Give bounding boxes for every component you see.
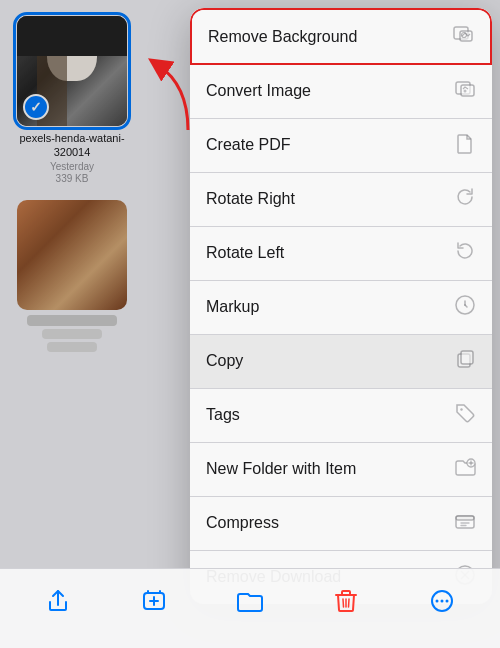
menu-item-tags[interactable]: Tags (190, 389, 492, 443)
compress-icon (454, 510, 476, 537)
menu-item-create-pdf[interactable]: Create PDF (190, 119, 492, 173)
svg-point-8 (464, 304, 466, 306)
share-button[interactable] (34, 579, 82, 623)
browse-icon (236, 588, 264, 614)
svg-line-28 (349, 599, 350, 607)
tags-icon (454, 402, 476, 429)
remove-background-icon (452, 23, 474, 50)
new-folder-icon (454, 456, 476, 483)
delete-icon (334, 588, 358, 614)
svg-rect-10 (461, 351, 473, 364)
add-icon (141, 588, 167, 614)
rotate-left-icon (454, 240, 476, 267)
menu-item-new-folder[interactable]: New Folder with Item (190, 443, 492, 497)
svg-rect-17 (456, 516, 474, 520)
arrow-indicator (148, 55, 198, 135)
svg-rect-5 (461, 85, 474, 96)
convert-image-icon (454, 78, 476, 105)
create-pdf-icon (454, 132, 476, 159)
share-icon (45, 588, 71, 614)
svg-line-26 (343, 599, 344, 607)
more-button[interactable] (418, 579, 466, 623)
rotate-right-icon (454, 186, 476, 213)
svg-point-32 (446, 599, 449, 602)
menu-item-copy[interactable]: Copy (190, 335, 492, 389)
add-button[interactable] (130, 579, 178, 623)
menu-item-remove-background[interactable]: Remove Background (192, 10, 490, 63)
copy-icon (454, 348, 476, 375)
menu-item-rotate-left[interactable]: Rotate Left (190, 227, 492, 281)
browse-button[interactable] (226, 579, 274, 623)
menu-item-convert-image[interactable]: Convert Image (190, 65, 492, 119)
menu-item-compress[interactable]: Compress (190, 497, 492, 551)
toolbar (0, 568, 500, 648)
more-icon (429, 588, 455, 614)
svg-point-11 (460, 408, 462, 410)
delete-button[interactable] (322, 579, 370, 623)
menu-item-markup[interactable]: Markup (190, 281, 492, 335)
svg-point-30 (436, 599, 439, 602)
markup-icon (454, 294, 476, 321)
svg-point-31 (441, 599, 444, 602)
menu-item-rotate-right[interactable]: Rotate Right (190, 173, 492, 227)
context-menu: Remove Background Convert Image (190, 8, 492, 604)
svg-point-6 (464, 89, 467, 92)
